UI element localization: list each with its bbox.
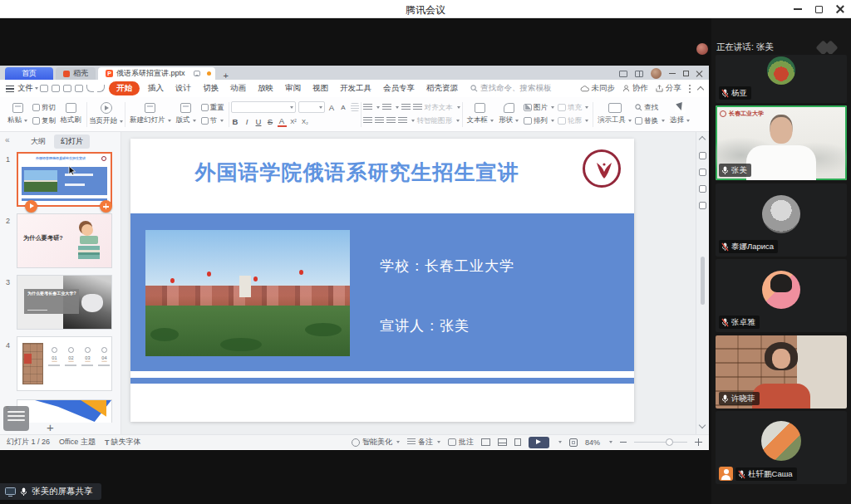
edit-panel-icon[interactable] [699, 152, 706, 159]
grow-font-button[interactable]: A [327, 103, 337, 112]
smart-graphic-button[interactable]: 转智能图形 [417, 116, 453, 126]
superscript-button[interactable]: X² [289, 118, 298, 125]
layout-mode-icon[interactable] [619, 71, 627, 77]
zoom-level[interactable]: 84% [585, 438, 600, 447]
comment-bubble-icon[interactable] [194, 71, 200, 76]
save-icon[interactable] [40, 85, 48, 92]
slide-thumbnail-4[interactable]: 01 02 03 04 [17, 336, 112, 391]
slide-canvas[interactable]: 外国语学院俄语系研究生招生宣讲 [121, 132, 696, 434]
font-size-input[interactable] [298, 101, 325, 113]
menu-review[interactable]: 审阅 [279, 83, 307, 94]
new-slide-button[interactable]: 新建幻灯片 [130, 103, 171, 125]
picture-button[interactable]: 图片 [524, 103, 554, 113]
subscript-button[interactable]: X₂ [301, 118, 310, 125]
participant-tile[interactable]: 杨亚 [716, 55, 847, 103]
menu-docer-res[interactable]: 稻壳资源 [421, 83, 464, 94]
find-button[interactable]: 查找 [635, 103, 665, 113]
slide-presenter-line[interactable]: 宣讲人：张美 [380, 316, 470, 335]
menu-member[interactable]: 会员专享 [377, 83, 421, 94]
fill-button[interactable]: 填充 [558, 103, 588, 113]
presentation-tools-button[interactable]: 演示工具 [598, 103, 632, 125]
helper-panel-icon[interactable] [699, 202, 706, 209]
collaborate-button[interactable]: 协作 [622, 83, 648, 94]
file-menu[interactable]: 文件 [17, 83, 33, 94]
menu-devtools[interactable]: 开发工具 [334, 83, 377, 94]
menu-slideshow[interactable]: 放映 [252, 83, 279, 94]
play-from-current-button[interactable]: 当页开始 [89, 102, 123, 126]
new-tab-button[interactable]: + [224, 71, 229, 80]
minimize-icon[interactable] [794, 8, 802, 10]
outline-button[interactable]: 轮廓 [558, 116, 588, 126]
select-button[interactable]: 选择 [668, 103, 691, 125]
bullets-icon[interactable] [363, 104, 372, 111]
menu-insert[interactable]: 插入 [142, 83, 170, 94]
tab-outline[interactable]: 大纲 [31, 136, 46, 147]
slide-school-line[interactable]: 学校：长春工业大学 [380, 257, 514, 276]
scroll-down-icon[interactable] [699, 422, 706, 428]
textbox-button[interactable]: 文本框 [467, 103, 494, 125]
font-name-input[interactable] [231, 101, 296, 113]
thumb-add-button[interactable] [100, 200, 112, 213]
star-panel-icon[interactable] [699, 169, 706, 176]
format-painter-button[interactable]: 格式刷 [59, 103, 82, 125]
share-button[interactable]: 分享 [656, 83, 681, 94]
reading-view-icon[interactable] [514, 438, 521, 446]
shrink-font-button[interactable]: A [339, 104, 348, 111]
numbering-icon[interactable] [382, 104, 391, 111]
account-avatar[interactable] [651, 68, 662, 79]
slideshow-play-button[interactable] [529, 437, 549, 448]
participant-tile[interactable]: 泰娜Лариса [716, 183, 847, 257]
zoom-knob[interactable] [666, 438, 673, 446]
hamburger-icon[interactable] [6, 86, 14, 92]
font-color-button[interactable]: A [278, 116, 287, 127]
play-options-caret[interactable] [558, 441, 562, 443]
sorter-view-icon[interactable] [498, 438, 507, 446]
layout-button[interactable]: 版式 [175, 103, 198, 125]
line-spacing-icon[interactable] [398, 117, 407, 125]
menu-animation[interactable]: 动画 [224, 83, 252, 94]
tab-slides[interactable]: 幻灯片 [54, 135, 90, 149]
cut-button[interactable]: 剪切 [32, 103, 56, 113]
command-search[interactable]: 查找命令、搜索模板 [470, 83, 552, 94]
collapse-ribbon-icon[interactable] [697, 86, 704, 93]
indent-decrease-icon[interactable] [401, 104, 411, 111]
paste-button[interactable]: 粘贴 [6, 103, 29, 125]
wps-close-icon[interactable] [696, 71, 703, 77]
shapes-button[interactable]: 形状 [497, 103, 520, 125]
comments-button[interactable]: 批注 [448, 437, 474, 448]
align-left-icon[interactable] [363, 117, 372, 125]
zoom-slider[interactable] [634, 442, 687, 443]
missing-font-warning[interactable]: T 缺失字体 [105, 437, 141, 448]
add-slide-button[interactable]: + [47, 420, 54, 434]
indent-increase-icon[interactable] [413, 104, 422, 111]
clear-format-icon[interactable] [351, 103, 359, 111]
beautify-button[interactable]: 智能美化 [352, 437, 400, 448]
slide-thumbnail-3[interactable]: 为什么要考长春工业大学? [17, 275, 112, 330]
align-text-button[interactable]: 对齐文本 [425, 103, 453, 113]
print-icon[interactable] [63, 85, 71, 92]
align-center-icon[interactable] [375, 117, 384, 125]
scroll-up-icon[interactable] [699, 136, 706, 143]
output-icon[interactable] [52, 85, 60, 92]
zoom-in-button[interactable] [695, 438, 702, 446]
sync-status[interactable]: 未同步 [580, 83, 616, 94]
menu-transition[interactable]: 切换 [197, 83, 224, 94]
current-slide[interactable]: 外国语学院俄语系研究生招生宣讲 [130, 139, 634, 422]
fit-to-window-icon[interactable] [569, 438, 578, 447]
undo-icon[interactable] [86, 85, 94, 92]
notes-button[interactable]: 备注 [407, 437, 440, 448]
slide-title[interactable]: 外国语学院俄语系研究生招生宣讲 [130, 159, 583, 186]
replace-button[interactable]: 替换 [635, 116, 665, 126]
slide-thumbnail-2[interactable]: 为什么要考研? [17, 213, 112, 268]
arrange-button[interactable]: 排列 [524, 116, 554, 126]
collapse-panel-button[interactable]: « [5, 135, 10, 144]
strikethrough-button[interactable]: S [266, 117, 275, 126]
reset-button[interactable]: 重置 [201, 103, 224, 113]
slide-thumbnail-1[interactable]: 外国语学院俄语系研究生招生宣讲 [17, 152, 112, 207]
zoom-out-button[interactable] [620, 442, 627, 443]
tab-document[interactable]: P 俄语系研招宣讲.pptx [98, 67, 215, 80]
vertical-scrollbar[interactable] [701, 257, 705, 305]
wps-minimize-icon[interactable] [669, 73, 676, 75]
section-button[interactable]: 节 [201, 116, 224, 126]
more-menu-icon[interactable] [689, 88, 691, 90]
